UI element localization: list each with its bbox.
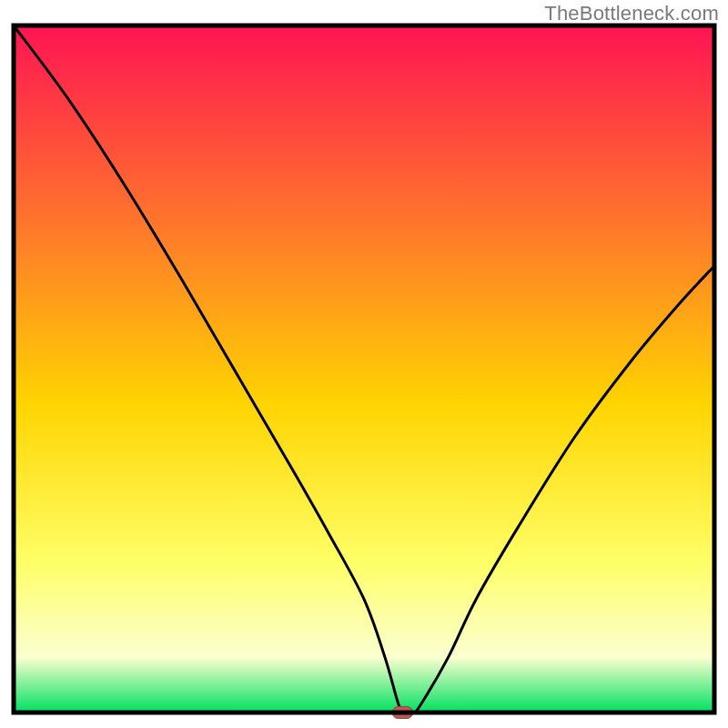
chart-container: TheBottleneck.com [0, 0, 728, 728]
bottleneck-chart [0, 0, 728, 728]
plot-background [14, 25, 714, 713]
watermark-text: TheBottleneck.com [544, 2, 719, 25]
